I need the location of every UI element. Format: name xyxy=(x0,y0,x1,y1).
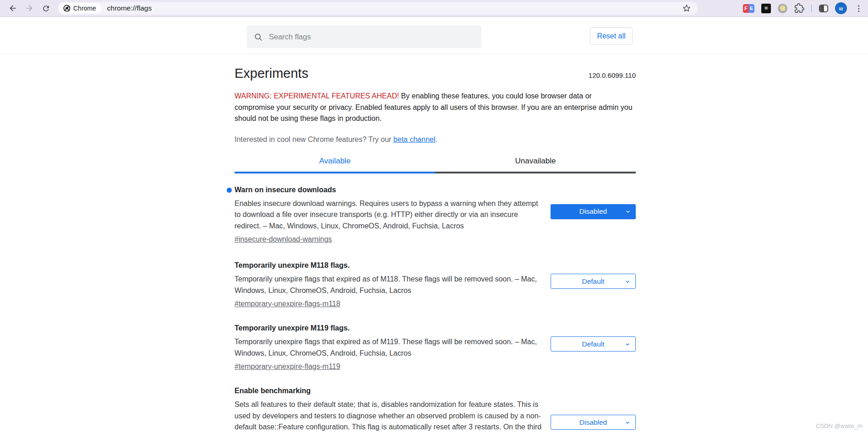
dropdown-value: Disabled xyxy=(579,418,607,427)
back-arrow-icon xyxy=(8,4,17,13)
flag-title: Temporarily unexpire M118 flags. xyxy=(235,261,551,270)
search-flags-box[interactable] xyxy=(247,26,481,48)
dropdown-value: Default xyxy=(582,277,604,286)
extension-dark-icon[interactable]: ✳ xyxy=(761,4,771,13)
dropdown-value: Default xyxy=(582,340,604,348)
bookmark-button[interactable] xyxy=(680,2,693,15)
reset-all-button[interactable]: Reset all xyxy=(590,27,633,45)
flags-page-header: Reset all xyxy=(0,17,868,54)
chrome-logo-icon xyxy=(63,5,71,12)
browser-menu-button[interactable]: ⋮ xyxy=(854,5,863,12)
round-icon-center xyxy=(780,5,786,11)
page-title: Experiments xyxy=(235,65,308,81)
promo-suffix: . xyxy=(435,135,437,143)
flag-row-insecure-downloads: Warn on insecure downloads Enables insec… xyxy=(235,185,636,245)
tab-available[interactable]: Available xyxy=(235,157,435,173)
extension-round-icon[interactable] xyxy=(778,4,787,13)
side-panel-fill xyxy=(820,5,824,11)
flag-description: Sets all features to their default state… xyxy=(235,399,544,433)
csdn-watermark: CSDN @waite_m xyxy=(816,422,863,429)
chevron-down-icon xyxy=(624,278,631,285)
flag-value-dropdown[interactable]: Disabled xyxy=(551,204,636,219)
chip-label: Chrome xyxy=(73,5,96,12)
address-bar[interactable]: Chrome chrome://flags xyxy=(58,2,698,15)
flag-description: Temporarily unexpire flags that expired … xyxy=(235,274,544,296)
search-input[interactable] xyxy=(269,32,475,41)
flag-title: Warn on insecure downloads xyxy=(235,185,551,195)
flag-text: Warn on insecure downloads Enables insec… xyxy=(235,185,551,245)
forward-button[interactable] xyxy=(21,1,38,16)
reload-icon xyxy=(42,4,50,13)
bookmark-star-icon xyxy=(682,4,691,13)
beta-channel-promo: Interested in cool new Chrome features? … xyxy=(235,135,636,144)
extensions-area: F E ✳ w ⋮ xyxy=(743,2,863,14)
title-row: Experiments 120.0.6099.110 xyxy=(235,65,636,81)
extensions-puzzle-icon[interactable] xyxy=(794,3,804,13)
dark-glyph: ✳ xyxy=(764,5,768,11)
url-text: chrome://flags xyxy=(107,4,152,12)
flag-text: Enable benchmarking Sets all features to… xyxy=(235,386,551,433)
flag-description: Enables insecure download warnings. Requ… xyxy=(235,198,544,232)
flag-permalink[interactable]: #insecure-download-warnings xyxy=(235,234,332,244)
fe-left: F xyxy=(743,4,749,13)
side-panel-icon[interactable] xyxy=(819,5,828,12)
flag-row-unexpire-m118: Temporarily unexpire M118 flags. Tempora… xyxy=(235,261,636,309)
search-icon xyxy=(254,32,263,42)
extension-fe-icon[interactable]: F E xyxy=(743,4,754,13)
reload-button[interactable] xyxy=(38,1,54,16)
back-button[interactable] xyxy=(5,1,21,16)
flag-value-dropdown[interactable]: Disabled xyxy=(551,415,636,430)
availability-tabs: Available Unavailable xyxy=(235,157,636,173)
chevron-down-icon xyxy=(624,208,632,215)
experimental-warning: WARNING: EXPERIMENTAL FEATURES AHEAD! By… xyxy=(235,91,633,124)
modified-flag-dot-icon xyxy=(227,188,232,193)
beta-channel-link[interactable]: beta channel xyxy=(393,135,436,143)
flag-row-unexpire-m119: Temporarily unexpire M119 flags. Tempora… xyxy=(235,324,636,372)
flag-text: Temporarily unexpire M119 flags. Tempora… xyxy=(235,324,551,372)
chrome-site-chip[interactable]: Chrome xyxy=(60,3,101,13)
toolbar-separator xyxy=(811,5,812,12)
flag-value-dropdown[interactable]: Default xyxy=(551,274,636,289)
flag-row-enable-benchmarking: Enable benchmarking Sets all features to… xyxy=(235,386,636,433)
chevron-down-icon xyxy=(624,419,631,426)
avatar-initial: w xyxy=(839,5,843,12)
chevron-down-icon xyxy=(624,341,631,348)
flag-value-dropdown[interactable]: Default xyxy=(551,336,636,352)
flag-permalink[interactable]: #temporary-unexpire-flags-m119 xyxy=(235,362,340,372)
flag-permalink[interactable]: #temporary-unexpire-flags-m118 xyxy=(235,299,340,309)
warning-highlight: WARNING: EXPERIMENTAL FEATURES AHEAD! xyxy=(235,92,399,100)
flag-title: Temporarily unexpire M119 flags. xyxy=(235,324,551,333)
flag-text: Temporarily unexpire M118 flags. Tempora… xyxy=(235,261,551,309)
profile-avatar[interactable]: w xyxy=(835,2,847,14)
promo-prefix: Interested in cool new Chrome features? … xyxy=(235,135,393,143)
browser-toolbar: Chrome chrome://flags F E ✳ w ⋮ xyxy=(0,0,868,17)
fe-right: E xyxy=(749,4,755,13)
flag-title: Enable benchmarking xyxy=(235,386,551,395)
forward-arrow-icon xyxy=(25,4,34,13)
dropdown-value: Disabled xyxy=(579,207,607,216)
tab-unavailable[interactable]: Unavailable xyxy=(435,157,636,173)
flag-description: Temporarily unexpire flags that expired … xyxy=(235,336,544,359)
chrome-version: 120.0.6099.110 xyxy=(589,71,636,79)
flags-content: Experiments 120.0.6099.110 WARNING: EXPE… xyxy=(235,54,636,433)
